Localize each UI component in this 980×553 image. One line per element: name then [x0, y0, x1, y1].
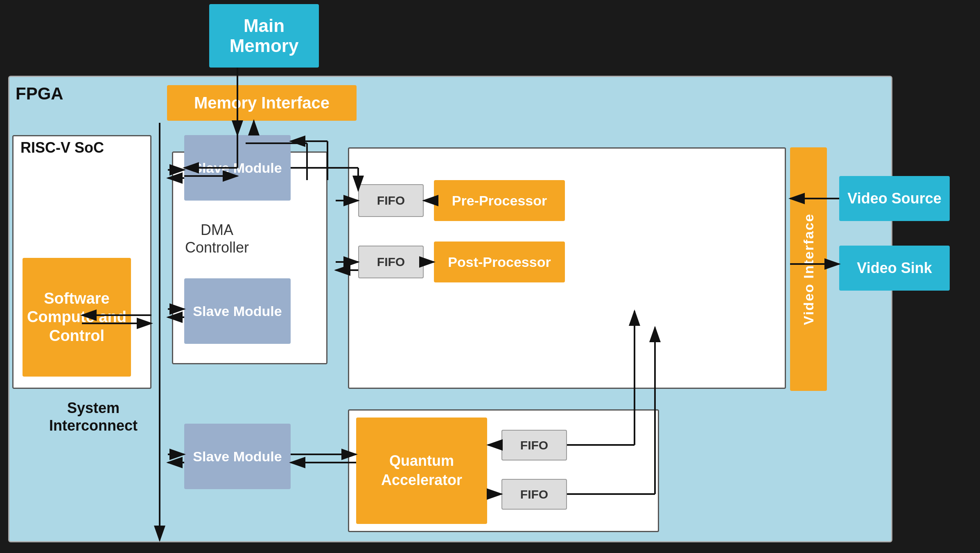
video-sink-label: Video Sink [857, 260, 932, 277]
quantum-accelerator-label: Quantum Accelerator [356, 451, 487, 490]
fifo-qa-bot-box: FIFO [501, 479, 567, 510]
slave-module-mid: Slave Module [184, 278, 291, 344]
post-processor-box: Post-Processor [434, 242, 565, 282]
slave-top-label: Slave Module [193, 160, 282, 176]
fifo-qa-top-box: FIFO [501, 430, 567, 460]
fifo-mid-label: FIFO [377, 255, 405, 269]
video-source-box: Video Source [839, 176, 950, 221]
memory-interface-label: Memory Interface [194, 94, 330, 112]
riscv-label: RISC-V SoC [20, 139, 104, 156]
fpga-label: FPGA [16, 84, 63, 104]
fifo-qa-top-label: FIFO [520, 438, 548, 452]
slave-module-bot: Slave Module [184, 424, 291, 489]
main-memory-box: Main Memory [209, 4, 319, 68]
slave-module-top: Slave Module [184, 135, 291, 201]
fifo-top-box: FIFO [358, 184, 424, 217]
software-cc-label: Software Compute and Control [23, 289, 131, 345]
post-processor-label: Post-Processor [448, 254, 551, 270]
diagram-container: Main Memory FPGA Memory Interface RISC-V… [0, 0, 980, 553]
video-interface-box: Video Interface [790, 147, 827, 391]
video-sink-box: Video Sink [839, 246, 950, 291]
pre-processor-box: Pre-Processor [434, 180, 565, 221]
dma-label: DMAController [185, 221, 249, 256]
fifo-mid-box: FIFO [358, 246, 424, 278]
memory-interface-box: Memory Interface [167, 85, 357, 121]
pre-processor-label: Pre-Processor [452, 193, 547, 209]
slave-bot-label: Slave Module [193, 448, 282, 465]
main-memory-label: Main Memory [209, 16, 319, 56]
slave-mid-label: Slave Module [193, 303, 282, 320]
fifo-qa-bot-label: FIFO [520, 488, 548, 501]
fifo-top-label: FIFO [377, 194, 405, 208]
system-interconnect-label: SystemInterconnect [49, 399, 138, 434]
software-cc-box: Software Compute and Control [23, 258, 131, 377]
quantum-accelerator-box: Quantum Accelerator [356, 418, 487, 524]
video-interface-label: Video Interface [801, 213, 817, 325]
video-source-label: Video Source [847, 190, 941, 207]
